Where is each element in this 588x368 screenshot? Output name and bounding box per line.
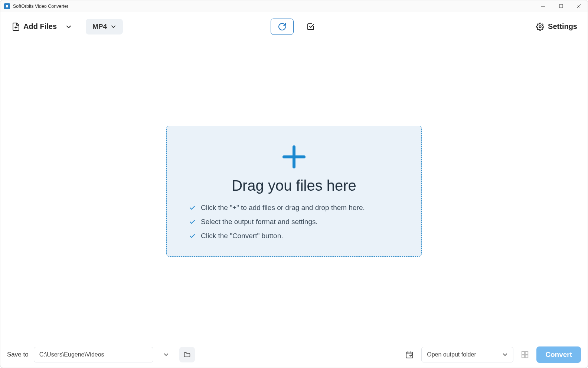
checkbox-icon — [306, 22, 315, 31]
add-files-dropdown[interactable] — [62, 21, 75, 33]
after-convert-action-label: Open output folder — [427, 351, 476, 358]
browse-folder-button[interactable] — [179, 347, 195, 362]
output-format-label: MP4 — [92, 23, 107, 31]
calendar-icon — [405, 350, 414, 359]
merge-files-button[interactable] — [519, 348, 531, 361]
folder-icon — [183, 351, 191, 358]
after-convert-action-select[interactable]: Open output folder — [421, 347, 513, 362]
dropzone-step-text: Click the "Convert" button. — [201, 232, 283, 240]
add-files-label: Add Files — [23, 22, 57, 31]
chevron-down-icon — [66, 24, 72, 30]
output-path-dropdown[interactable] — [159, 347, 174, 362]
dropzone-step: Click the "+" to add files or drag and d… — [189, 204, 365, 212]
dropzone-step-text: Select the output format and settings. — [201, 218, 318, 226]
add-files-button[interactable]: Add Files — [11, 19, 58, 34]
plus-icon — [281, 144, 307, 170]
maximize-button[interactable] — [552, 0, 570, 12]
settings-label: Settings — [548, 22, 577, 31]
chevron-down-icon — [111, 24, 116, 29]
content-area: Drag you files here Click the "+" to add… — [0, 41, 588, 341]
svg-point-1 — [539, 26, 541, 28]
dropzone-step: Select the output format and settings. — [189, 218, 318, 226]
settings-button[interactable]: Settings — [536, 22, 577, 31]
window-title: SoftOrbits Video Converter — [13, 4, 68, 9]
refresh-button[interactable] — [271, 19, 294, 35]
check-icon — [189, 233, 196, 239]
grid-merge-icon — [521, 351, 529, 359]
svg-rect-3 — [522, 351, 525, 354]
minimize-button[interactable] — [534, 0, 552, 12]
svg-rect-4 — [525, 351, 528, 354]
bottombar: Save to Open output folder — [0, 341, 588, 368]
svg-rect-0 — [559, 4, 563, 8]
dropzone-step-text: Click the "+" to add files or drag and d… — [201, 204, 365, 212]
titlebar: SoftOrbits Video Converter — [0, 0, 588, 12]
output-path-input[interactable] — [34, 347, 153, 362]
chevron-down-icon — [163, 352, 169, 357]
saveto-label: Save to — [7, 351, 29, 358]
check-icon — [189, 204, 196, 211]
dropzone[interactable]: Drag you files here Click the "+" to add… — [166, 126, 422, 257]
file-plus-icon — [12, 23, 20, 31]
dropzone-heading: Drag you files here — [189, 177, 399, 194]
dropzone-steps: Click the "+" to add files or drag and d… — [189, 204, 399, 240]
app-icon — [4, 3, 10, 9]
toolbar: Add Files MP4 — [0, 12, 588, 41]
close-button[interactable] — [570, 0, 588, 12]
select-all-button[interactable] — [304, 20, 317, 33]
dropzone-step: Click the "Convert" button. — [189, 232, 283, 240]
svg-rect-6 — [525, 355, 528, 357]
check-icon — [189, 218, 196, 225]
gear-icon — [536, 23, 544, 31]
convert-button[interactable]: Convert — [536, 346, 581, 363]
chevron-down-icon — [502, 352, 508, 357]
schedule-button[interactable] — [403, 348, 416, 361]
convert-button-label: Convert — [545, 351, 572, 359]
output-format-button[interactable]: MP4 — [86, 19, 123, 34]
refresh-icon — [278, 22, 287, 31]
svg-rect-5 — [522, 355, 525, 357]
app-window: SoftOrbits Video Converter Add File — [0, 0, 588, 368]
